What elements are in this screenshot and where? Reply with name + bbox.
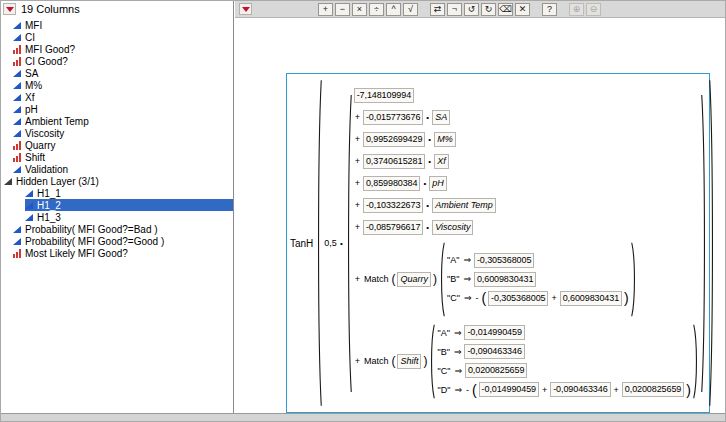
sidebar-item-h1-2[interactable]: H1_2 <box>25 199 233 211</box>
case-value-box[interactable]: -0,014990459 <box>479 382 539 397</box>
variable-box[interactable]: Ambient Temp <box>432 198 496 213</box>
multiply-operator: • <box>425 223 430 232</box>
variable-box[interactable]: Xf <box>434 154 449 169</box>
peel-button[interactable]: ⌫ <box>498 3 513 16</box>
sidebar-item-hidden-layer[interactable]: Hidden Layer (3/1) <box>4 175 233 187</box>
negated-sum-case-row: "D" ⇒ - ( -0,014990459 + -0,090463346 + … <box>437 382 690 397</box>
scaled-sum-expression: 0,5 • -7,148109994 + -0,015773676 • <box>324 88 707 399</box>
columns-panel-title: 19 Columns <box>21 3 80 15</box>
case-value-box[interactable]: 0,6009830431 <box>560 291 622 306</box>
continuous-column-icon <box>13 130 21 137</box>
continuous-column-icon <box>25 202 33 209</box>
intercept-box[interactable]: -7,148109994 <box>354 88 414 103</box>
case-value-box[interactable]: 0,0200825659 <box>465 363 527 378</box>
formula-selection-box[interactable]: TanH 0,5 • -7,148109994 <box>286 73 710 413</box>
sidebar-item-most-likely-mfi-good[interactable]: Most Likely MFI Good? <box>13 247 233 259</box>
open-paren: ( <box>472 383 477 397</box>
open-paren: ( <box>391 355 395 367</box>
coefficient-box[interactable]: 0,859980384 <box>363 176 420 191</box>
variable-box[interactable]: pH <box>429 176 447 191</box>
sidebar-item-m-pct[interactable]: M% <box>13 79 233 91</box>
divide-button[interactable]: ÷ <box>369 3 384 16</box>
close-paren: ) <box>433 273 437 285</box>
match-keyword[interactable]: Match <box>363 356 390 366</box>
variable-box[interactable]: Viscosity <box>432 220 473 235</box>
sidebar-item-ambient-temp[interactable]: Ambient Temp <box>13 115 233 127</box>
match-variable-box[interactable]: Quarry <box>397 272 431 287</box>
variable-box[interactable]: SA <box>432 110 450 125</box>
sidebar-item-h1-3[interactable]: H1_3 <box>25 211 233 223</box>
minus-operator: - <box>465 385 470 395</box>
coefficient-box[interactable]: -0,015773676 <box>363 110 423 125</box>
sidebar-item-viscosity[interactable]: Viscosity <box>13 127 233 139</box>
match-variable-box[interactable]: Shift <box>397 354 421 369</box>
delete-button[interactable]: ✕ <box>515 3 530 16</box>
undo-button[interactable]: ↺ <box>464 3 479 16</box>
nominal-column-icon <box>13 57 21 66</box>
coefficient-box[interactable]: -0,085796617 <box>363 220 423 235</box>
sidebar-item-ph[interactable]: pH <box>13 103 233 115</box>
sidebar-item-mfi[interactable]: MFI <box>13 19 233 31</box>
switch-terms-button[interactable]: ⇄ <box>430 3 445 16</box>
zoom-out-button[interactable]: ⊖ <box>586 3 601 16</box>
plus-operator: + <box>354 274 361 284</box>
sum-stack: -7,148109994 + -0,015773676 • SA + 0,995… <box>354 88 699 399</box>
nominal-column-icon <box>13 249 21 258</box>
multiply-button[interactable]: × <box>352 3 367 16</box>
subtract-button[interactable]: − <box>335 3 350 16</box>
case-value-box[interactable]: -0,090463346 <box>464 344 524 359</box>
case-value-box[interactable]: 0,6009830431 <box>474 272 536 287</box>
coefficient-box[interactable]: 0,3740615281 <box>363 154 425 169</box>
case-key: "B" <box>447 274 460 284</box>
coefficient-box[interactable]: -0,103322673 <box>363 198 423 213</box>
match-left-paren <box>439 242 445 317</box>
case-key: "A" <box>447 255 460 265</box>
sidebar-item-prob-mfi-good[interactable]: Probability( MFI Good?=Good ) <box>13 235 233 247</box>
case-value-box[interactable]: 0,0200825659 <box>622 382 684 397</box>
column-label: CI <box>25 32 35 43</box>
sidebar-item-ci[interactable]: CI <box>13 31 233 43</box>
help-button[interactable]: ? <box>542 3 557 16</box>
case-key: "C" <box>447 293 461 303</box>
match-keyword[interactable]: Match <box>363 274 390 284</box>
multiplier-value[interactable]: 0,5 <box>324 238 337 248</box>
sidebar-item-validation[interactable]: Validation <box>13 163 233 175</box>
formula-menu-button[interactable] <box>239 3 252 15</box>
red-triangle-icon <box>6 7 14 12</box>
zoom-in-button[interactable]: ⊕ <box>569 3 584 16</box>
sidebar-item-ci-good[interactable]: CI Good? <box>13 55 233 67</box>
match-quarry-row: + Match ( Quarry ) "A" ⇒ <box>354 242 699 317</box>
multiply-operator: • <box>422 179 427 188</box>
sidebar-item-prob-mfi-bad[interactable]: Probability( MFI Good?=Bad ) <box>13 223 233 235</box>
column-label: Quarry <box>25 140 56 151</box>
add-button[interactable]: + <box>318 3 333 16</box>
red-triangle-icon <box>242 7 250 12</box>
sidebar-item-sa[interactable]: SA <box>13 67 233 79</box>
power-button[interactable]: ^ <box>386 3 401 16</box>
formula-panel: + − × ÷ ^ √ ⇄ ¬ ↺ ↻ ⌫ ✕ ? ⊕ ⊖ TanH <box>235 1 726 415</box>
variable-box[interactable]: M% <box>434 132 456 147</box>
columns-menu-button[interactable] <box>3 3 16 15</box>
coefficient-box[interactable]: 0,9952699429 <box>363 132 425 147</box>
sidebar-item-quarry[interactable]: Quarry <box>13 139 233 151</box>
match-left-paren <box>429 324 435 399</box>
sidebar-item-h1-1[interactable]: H1_1 <box>25 187 233 199</box>
column-label: H1_3 <box>37 212 61 223</box>
formula-function-label[interactable]: TanH <box>290 238 314 249</box>
case-value-box[interactable]: -0,305368005 <box>488 291 548 306</box>
match-right-paren <box>693 324 699 399</box>
plus-operator: + <box>354 222 361 232</box>
formula-canvas[interactable]: TanH 0,5 • -7,148109994 <box>235 18 726 415</box>
root-button[interactable]: √ <box>403 3 418 16</box>
bottom-scrollbar[interactable] <box>1 413 726 421</box>
case-value-box[interactable]: -0,090463346 <box>550 382 610 397</box>
case-value-box[interactable]: -0,305368005 <box>474 253 534 268</box>
case-value-box[interactable]: -0,014990459 <box>464 325 524 340</box>
sidebar-item-shift[interactable]: Shift <box>13 151 233 163</box>
sidebar-item-mfi-good[interactable]: MFI Good? <box>13 43 233 55</box>
close-paren: ) <box>624 291 629 305</box>
invert-button[interactable]: ¬ <box>447 3 462 16</box>
term-row-ph: + 0,859980384 • pH <box>354 176 699 191</box>
redo-button[interactable]: ↻ <box>481 3 496 16</box>
sidebar-item-xf[interactable]: Xf <box>13 91 233 103</box>
